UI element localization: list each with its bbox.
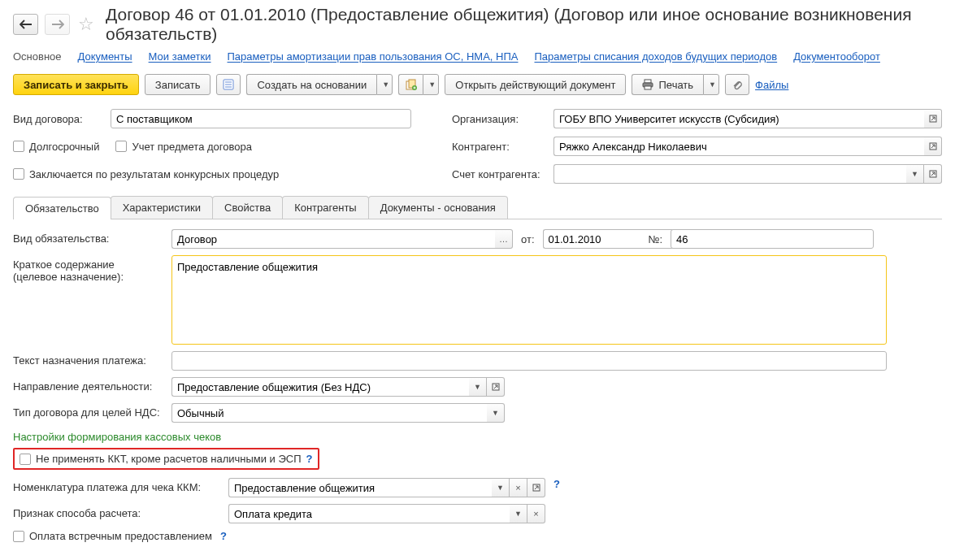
vat-type-input[interactable] xyxy=(171,403,487,423)
nomenclature-help-icon[interactable]: ? xyxy=(553,478,560,490)
counterparty-account-open-button[interactable] xyxy=(924,164,942,184)
copy-button[interactable] xyxy=(398,74,423,95)
open-icon xyxy=(492,383,500,391)
printer-icon xyxy=(642,79,653,90)
link-income-writeoff-params[interactable]: Параметры списания доходов будущих перио… xyxy=(534,50,777,63)
date-from-label: от: xyxy=(521,233,535,245)
number-input[interactable] xyxy=(671,229,874,249)
arrow-left-icon xyxy=(20,20,33,29)
payment-text-label: Текст назначения платежа: xyxy=(13,351,163,367)
tab-characteristics[interactable]: Характеристики xyxy=(111,196,213,219)
link-my-notes[interactable]: Мои заметки xyxy=(149,50,211,63)
open-icon xyxy=(929,170,937,178)
long-term-checkbox[interactable]: Долгосрочный xyxy=(13,141,99,153)
activity-input[interactable] xyxy=(171,377,469,397)
arrow-right-icon xyxy=(51,20,64,29)
open-icon xyxy=(929,142,937,150)
counter-payment-checkbox[interactable]: Оплата встречным предоставлением xyxy=(13,530,212,542)
counterparty-account-input[interactable] xyxy=(553,164,906,184)
vat-type-label: Тип договора для целей НДС: xyxy=(13,403,163,419)
page-title: Договор 46 от 01.01.2010 (Предоставление… xyxy=(106,5,942,44)
link-amortization-params[interactable]: Параметры амортизации прав пользования О… xyxy=(228,50,519,63)
link-documents[interactable]: Документы xyxy=(78,50,132,63)
files-link[interactable]: Файлы xyxy=(755,79,788,91)
nomenclature-label: Номенклатура платежа для чека ККМ: xyxy=(13,478,220,493)
payment-text-input[interactable] xyxy=(171,351,887,371)
svg-rect-7 xyxy=(645,80,651,83)
tab-counterparties[interactable]: Контрагенты xyxy=(282,196,369,219)
tab-obligation[interactable]: Обязательство xyxy=(13,197,111,219)
date-input[interactable] xyxy=(543,229,690,249)
obligation-kind-select-button[interactable]: … xyxy=(495,229,513,249)
nomenclature-open-button[interactable] xyxy=(527,478,545,497)
obligation-kind-label: Вид обязательства: xyxy=(13,229,163,245)
open-active-document-button[interactable]: Открыть действующий документ xyxy=(445,74,626,95)
payment-method-dropdown[interactable]: ▼ xyxy=(510,504,527,523)
save-button[interactable]: Записать xyxy=(145,74,211,95)
link-workflow[interactable]: Документооборот xyxy=(793,50,880,63)
counterparty-label: Контрагент: xyxy=(452,141,545,153)
print-button[interactable]: Печать xyxy=(632,74,703,95)
open-icon xyxy=(532,484,540,492)
activity-label: Направление деятельности: xyxy=(13,377,163,393)
copy-dropdown[interactable]: ▼ xyxy=(423,74,439,95)
activity-open-button[interactable] xyxy=(487,377,505,397)
no-kkt-help-icon[interactable]: ? xyxy=(306,453,313,465)
contract-type-label: Вид договора: xyxy=(13,113,102,125)
tab-base-documents[interactable]: Документы - основания xyxy=(368,196,508,219)
contract-type-input[interactable] xyxy=(111,109,411,128)
paperclip-icon xyxy=(731,79,743,90)
number-label: №: xyxy=(649,233,663,245)
organization-input[interactable] xyxy=(553,109,924,128)
counterparty-account-label: Счет контрагента: xyxy=(452,168,545,180)
counterparty-open-button[interactable] xyxy=(924,137,942,156)
list-icon xyxy=(223,79,234,90)
create-based-on-dropdown[interactable]: ▼ xyxy=(376,74,393,95)
summary-textarea[interactable] xyxy=(171,255,887,345)
summary-label: Краткое содержание (целевое назначение): xyxy=(13,255,163,283)
print-dropdown[interactable]: ▼ xyxy=(703,74,719,95)
organization-label: Организация: xyxy=(452,113,545,125)
nomenclature-clear-button[interactable]: × xyxy=(510,478,527,497)
no-kkt-checkbox[interactable]: Не применять ККТ, кроме расчетов наличны… xyxy=(20,453,302,465)
vat-type-dropdown[interactable]: ▼ xyxy=(487,403,505,423)
payment-method-label: Признак способа расчета: xyxy=(13,504,220,519)
nomenclature-input[interactable] xyxy=(228,478,492,497)
activity-dropdown[interactable]: ▼ xyxy=(469,377,487,397)
tab-main[interactable]: Основное xyxy=(13,50,62,63)
counter-payment-help-icon[interactable]: ? xyxy=(220,530,227,542)
copy-icon xyxy=(406,79,417,90)
nav-forward-button xyxy=(45,14,70,35)
open-icon xyxy=(929,115,937,123)
track-subject-checkbox[interactable]: Учет предмета договора xyxy=(115,141,252,153)
list-button[interactable] xyxy=(216,74,241,95)
no-kkt-highlight: Не применять ККТ, кроме расчетов наличны… xyxy=(13,448,319,470)
organization-open-button[interactable] xyxy=(924,109,942,128)
svg-rect-9 xyxy=(645,86,651,89)
counterparty-account-dropdown[interactable]: ▼ xyxy=(906,164,924,184)
save-and-close-button[interactable]: Записать и закрыть xyxy=(13,74,139,95)
nomenclature-dropdown[interactable]: ▼ xyxy=(492,478,510,497)
payment-method-clear-button[interactable]: × xyxy=(527,504,545,523)
tab-properties[interactable]: Свойства xyxy=(212,196,283,219)
receipt-settings-title: Настройки формирования кассовых чеков xyxy=(13,431,942,443)
counterparty-input[interactable] xyxy=(553,137,924,156)
attach-button[interactable] xyxy=(725,74,749,95)
nav-back-button[interactable] xyxy=(13,14,38,35)
favorite-star-icon[interactable]: ☆ xyxy=(76,14,96,35)
payment-method-input[interactable] xyxy=(228,504,510,523)
tender-checkbox[interactable]: Заключается по результатам конкурсных пр… xyxy=(13,168,279,180)
create-based-on-button[interactable]: Создать на основании xyxy=(246,74,376,95)
obligation-kind-input[interactable] xyxy=(171,229,495,249)
